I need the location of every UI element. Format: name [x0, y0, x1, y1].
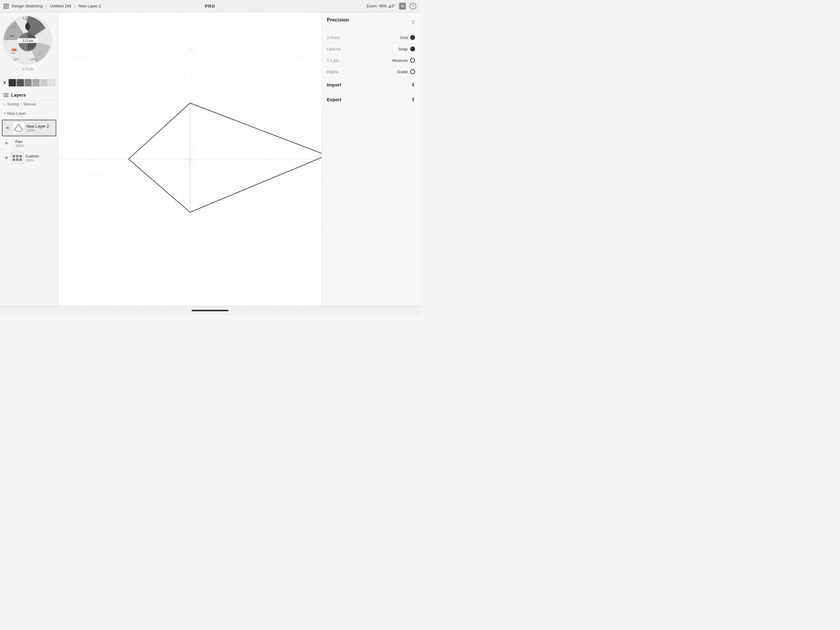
- topbar-sep1: |: [46, 4, 47, 8]
- left-sidebar: 3.23 pts ↩ ƒ 〜 ∫ 21% 100% ↑ 3.23 5.2B 3: [0, 12, 58, 306]
- export-icon: ⬆: [411, 97, 415, 103]
- layer-info-custom: Custom 100%: [25, 154, 39, 162]
- tool-wheel-area: 3.23 pts ↩ ƒ 〜 ∫ 21% 100% ↑ 3.23 5.2B 3: [2, 15, 53, 76]
- color-swatches: ▼: [2, 78, 56, 87]
- app-name: Design Sketching: [12, 4, 43, 8]
- file-name[interactable]: Untitled 166: [50, 4, 71, 8]
- snap-right: Snap: [398, 46, 415, 51]
- current-layer-name: New Layer 2: [78, 4, 101, 8]
- panel-row-measure: 1:1 pts Measure: [327, 55, 415, 66]
- swatch-6[interactable]: [48, 79, 56, 86]
- svg-text:↑: ↑: [6, 37, 8, 42]
- svg-text:3.23 pts: 3.23 pts: [22, 39, 33, 43]
- zoom-level[interactable]: Zoom: 45% ∡0°: [366, 4, 395, 8]
- eye-icon-custom[interactable]: 👁: [4, 155, 9, 161]
- canvas-area[interactable]: [58, 12, 322, 306]
- guide-label: Ellipse: [327, 70, 338, 74]
- export-button[interactable]: Export ⬆: [327, 92, 415, 107]
- measure-label: 1:1 pts: [327, 58, 339, 63]
- svg-text:〜: 〜: [11, 51, 15, 56]
- layer-item-new-layer-2[interactable]: 👁 New Layer 2 100%: [2, 120, 56, 136]
- layer-name-custom: Custom: [25, 154, 39, 158]
- panel-row-guide: Ellipse Guide: [327, 66, 415, 78]
- new-layer-button[interactable]: + New Layer: [0, 109, 58, 119]
- import-label: Import: [327, 82, 341, 87]
- snap-value: Snap: [398, 47, 408, 51]
- grid-right: Grid: [400, 35, 415, 40]
- eye-icon-layer2[interactable]: 👁: [5, 125, 11, 131]
- sorting-mode: Manual: [24, 102, 36, 106]
- topbar: Design Sketching | Untitled 166 | New La…: [0, 0, 420, 12]
- swatch-3[interactable]: [25, 79, 32, 86]
- svg-marker-18: [14, 124, 23, 132]
- guide-value: Guide: [397, 70, 408, 74]
- swatch-2[interactable]: [17, 79, 24, 86]
- bottom-bar: [0, 306, 420, 315]
- measure-value: Measure: [392, 58, 408, 63]
- panel-title: Precision: [327, 17, 349, 23]
- svg-text:5.2B: 5.2B: [10, 25, 16, 28]
- topbar-left: Design Sketching | Untitled 166 | New La…: [4, 4, 101, 9]
- layer-opacity-custom: 100%: [25, 158, 39, 162]
- layers-menu-icon[interactable]: [4, 93, 9, 97]
- swatch-4[interactable]: [32, 79, 39, 86]
- eye-icon-pen[interactable]: 👁: [4, 141, 9, 146]
- layer-name-2: New Layer 2: [27, 124, 49, 128]
- layers-title: Layers: [11, 92, 26, 98]
- guide-toggle[interactable]: [410, 69, 415, 74]
- layer-thumb-2: [12, 122, 25, 134]
- swatch-1[interactable]: [9, 79, 16, 86]
- snap-label: Options: [327, 47, 341, 51]
- settings-icon[interactable]: ⚙: [399, 3, 406, 9]
- layer-item-pen[interactable]: 👁 Pen 100%: [0, 138, 58, 150]
- help-icon[interactable]: ?: [409, 3, 416, 9]
- swatch-dropdown-icon[interactable]: ▼: [2, 80, 7, 85]
- import-button[interactable]: Import ⬇: [327, 78, 415, 92]
- canvas-grid-svg: [58, 12, 322, 306]
- svg-text:21%: 21%: [13, 58, 19, 61]
- topbar-right: Zoom: 45% ∡0° ⚙ ?: [366, 3, 416, 9]
- snap-toggle[interactable]: [410, 46, 415, 51]
- grid-label: 2-Point: [327, 35, 339, 40]
- right-panel: Precision ⠿ 2-Point Grid Options Snap 1:…: [322, 12, 420, 306]
- export-label: Export: [327, 97, 342, 102]
- grid-toggle[interactable]: [410, 35, 415, 40]
- svg-text:100%: 100%: [30, 58, 37, 61]
- layer-item-custom[interactable]: 👁 Custom 100%: [0, 150, 58, 166]
- pro-badge: PRO: [205, 4, 215, 9]
- guide-right: Guide: [397, 69, 415, 74]
- svg-text:∫: ∫: [39, 51, 41, 56]
- grid-value: Grid: [400, 35, 408, 40]
- svg-text:↩: ↩: [10, 33, 15, 39]
- layer-opacity-pen: 100%: [15, 144, 24, 148]
- home-indicator: [191, 310, 229, 311]
- svg-text:ƒ: ƒ: [39, 28, 42, 33]
- svg-point-6: [25, 23, 30, 30]
- layer-info-pen: Pen 100%: [15, 139, 24, 148]
- measure-toggle[interactable]: [410, 58, 415, 63]
- layer-name-pen: Pen: [15, 139, 24, 144]
- panel-row-snap: Options Snap: [327, 43, 415, 55]
- layer-opacity-2: 100%: [27, 128, 49, 132]
- swatch-5[interactable]: [40, 79, 47, 86]
- topbar-sep2: |: [74, 4, 75, 8]
- layers-sorting: ↕ Sorting | Manual: [0, 100, 58, 109]
- panel-row-grid: 2-Point Grid: [327, 32, 415, 43]
- tool-wheel-svg[interactable]: 3.23 pts ↩ ƒ 〜 ∫ 21% 100% ↑ 3.23 5.2B: [2, 15, 53, 65]
- svg-text:3.23: 3.23: [22, 17, 28, 20]
- sort-icon: ↕: [4, 103, 6, 106]
- layers-header: Layers: [0, 90, 58, 100]
- import-icon: ⬇: [411, 82, 415, 88]
- panel-dots-icon[interactable]: ⠿: [411, 20, 415, 25]
- tool-size-label: 3.23 pts: [2, 67, 53, 71]
- layer-info-2: New Layer 2 100%: [27, 124, 49, 132]
- layers-section: Layers ↕ Sorting | Manual + New Layer 👁 …: [0, 90, 58, 306]
- grid-menu-icon[interactable]: [4, 4, 9, 9]
- measure-right: Measure: [392, 58, 415, 63]
- svg-rect-14: [12, 49, 17, 51]
- sorting-label: Sorting: [7, 102, 19, 106]
- new-layer-label: + New Layer: [4, 111, 26, 116]
- layer-thumb-custom: [11, 152, 24, 164]
